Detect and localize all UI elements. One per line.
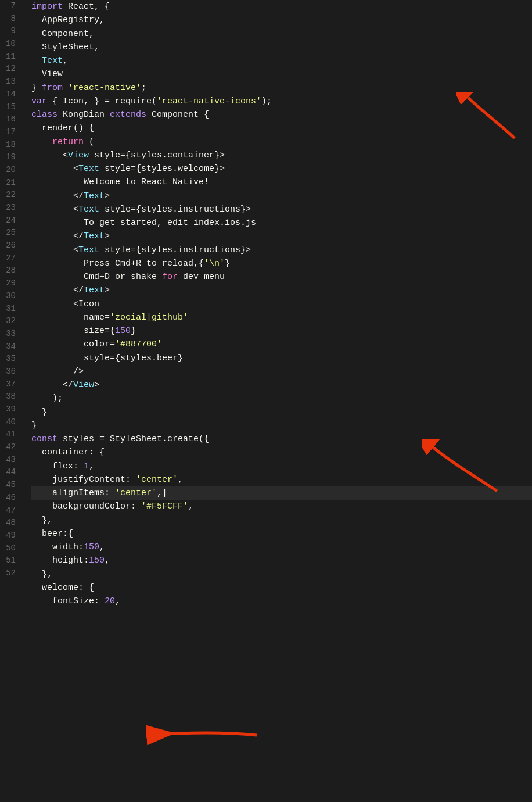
code-line: } bbox=[31, 419, 532, 432]
code-line: justifyContent: 'center', bbox=[31, 473, 532, 486]
code-token: style={styles.container}> bbox=[89, 151, 225, 160]
code-line: Press Cmd+R to reload,{'\n'} bbox=[31, 257, 532, 270]
code-token: } bbox=[31, 421, 37, 431]
code-token: KongDian bbox=[57, 110, 110, 120]
line-number: 10 bbox=[0, 38, 19, 51]
line-number: 39 bbox=[0, 403, 19, 416]
code-token: return bbox=[52, 137, 84, 147]
code-token: ,| bbox=[157, 488, 167, 498]
code-token: , bbox=[89, 461, 94, 471]
code-line: container: { bbox=[31, 446, 532, 459]
code-token: var bbox=[31, 96, 47, 106]
code-token: Text bbox=[78, 245, 99, 255]
code-line: <Text style={styles.instructions}> bbox=[31, 203, 532, 216]
code-token: { Icon, } = require( bbox=[47, 96, 157, 106]
code-token: extends bbox=[110, 110, 146, 120]
code-token: </ bbox=[31, 231, 84, 241]
code-line: size={150} bbox=[31, 324, 532, 338]
code-token: > bbox=[105, 231, 110, 241]
code-line: </Text> bbox=[31, 284, 532, 297]
code-token: } bbox=[225, 259, 230, 268]
code-line: Cmd+D or shake for dev menu bbox=[31, 270, 532, 284]
line-number: 29 bbox=[0, 277, 19, 290]
code-token bbox=[63, 83, 68, 93]
line-number: 52 bbox=[0, 567, 19, 580]
code-token: </ bbox=[31, 380, 73, 390]
code-content-area: import React, { AppRegistry, Component, … bbox=[24, 0, 532, 802]
line-number: 11 bbox=[0, 51, 19, 63]
code-token: Component, bbox=[31, 29, 94, 39]
code-line: Welcome to React Native! bbox=[31, 176, 532, 189]
code-token: container: { bbox=[31, 447, 105, 457]
code-token: '#887700' bbox=[115, 339, 162, 349]
code-line: }, bbox=[31, 514, 532, 527]
code-token: < bbox=[31, 151, 68, 160]
code-line: Text, bbox=[31, 54, 532, 67]
line-number-gutter: 7891011121314151617181920212223242526272… bbox=[0, 0, 24, 802]
line-number: 38 bbox=[0, 391, 19, 403]
code-line: Component, bbox=[31, 27, 532, 41]
code-token: /> bbox=[31, 367, 84, 377]
line-number: 21 bbox=[0, 177, 19, 189]
code-token: React, { bbox=[63, 2, 110, 12]
code-line: AppRegistry, bbox=[31, 13, 532, 27]
code-token: > bbox=[105, 191, 110, 201]
line-number: 43 bbox=[0, 454, 19, 467]
code-token bbox=[31, 137, 52, 147]
code-token: size={ bbox=[31, 326, 115, 336]
code-token: Cmd+D or shake bbox=[31, 272, 162, 282]
code-line: name='zocial|github' bbox=[31, 311, 532, 324]
code-token: View bbox=[31, 69, 63, 79]
line-number: 31 bbox=[0, 303, 19, 316]
code-token: Component { bbox=[146, 110, 209, 120]
code-token: , bbox=[178, 475, 183, 485]
code-token: beer:{ bbox=[31, 529, 73, 539]
code-token: View bbox=[68, 151, 89, 160]
line-number: 8 bbox=[0, 13, 19, 26]
code-token: , bbox=[63, 56, 68, 66]
line-number: 16 bbox=[0, 113, 19, 126]
code-token: Text bbox=[78, 205, 99, 214]
line-number: 44 bbox=[0, 466, 19, 479]
line-number: 37 bbox=[0, 378, 19, 391]
code-token: 'react-native' bbox=[68, 83, 141, 93]
code-token: Press Cmd+R to reload,{ bbox=[31, 259, 204, 268]
code-token: dev menu bbox=[178, 272, 225, 282]
code-token: , bbox=[105, 556, 110, 565]
code-token: color= bbox=[31, 339, 115, 349]
code-token: <Icon bbox=[31, 299, 99, 309]
code-line: const styles = StyleSheet.create({ bbox=[31, 432, 532, 446]
line-number: 45 bbox=[0, 479, 19, 492]
code-token bbox=[31, 56, 42, 66]
code-token: </ bbox=[31, 285, 84, 295]
line-number: 35 bbox=[0, 353, 19, 366]
line-number: 51 bbox=[0, 554, 19, 567]
code-line: var { Icon, } = require('react-native-ic… bbox=[31, 95, 532, 108]
code-token: 150 bbox=[84, 542, 99, 552]
code-line: return ( bbox=[31, 135, 532, 149]
code-token: width: bbox=[31, 542, 84, 552]
code-token: Welcome to React Native! bbox=[31, 177, 209, 187]
code-line: View bbox=[31, 67, 532, 81]
code-token: fontSize: bbox=[31, 596, 105, 606]
code-token: 150 bbox=[115, 326, 131, 336]
line-number: 40 bbox=[0, 416, 19, 429]
code-token: from bbox=[42, 83, 63, 93]
code-line: backgroundColor: '#F5FCFF', bbox=[31, 500, 532, 513]
code-line: }, bbox=[31, 568, 532, 581]
line-number: 7 bbox=[0, 0, 19, 13]
line-number: 17 bbox=[0, 126, 19, 139]
code-line: } bbox=[31, 406, 532, 419]
code-token: } bbox=[131, 326, 136, 336]
code-token: '#F5FCFF' bbox=[141, 502, 188, 511]
code-token: 150 bbox=[89, 556, 105, 565]
code-line: width:150, bbox=[31, 540, 532, 554]
code-editor: 7891011121314151617181920212223242526272… bbox=[0, 0, 532, 802]
code-token: < bbox=[31, 164, 78, 174]
code-line: import React, { bbox=[31, 0, 532, 13]
code-token: AppRegistry, bbox=[31, 15, 105, 25]
line-number: 20 bbox=[0, 164, 19, 177]
line-number: 18 bbox=[0, 139, 19, 152]
code-token: < bbox=[31, 245, 78, 255]
line-number: 42 bbox=[0, 441, 19, 454]
